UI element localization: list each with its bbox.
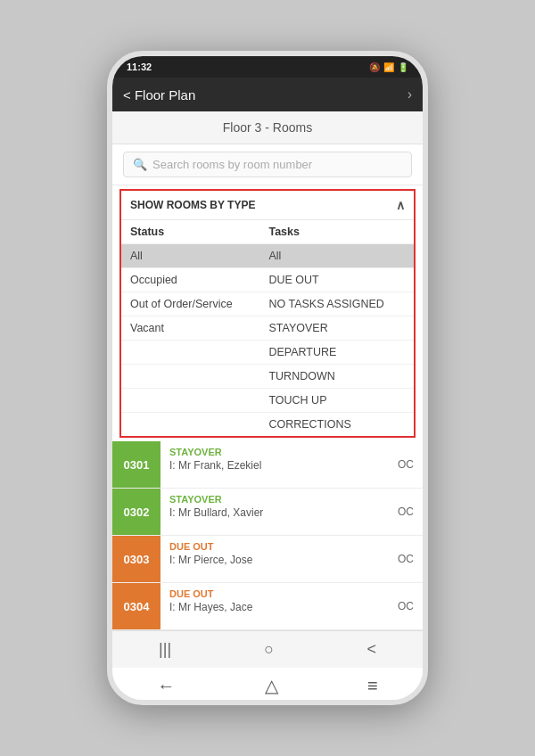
- search-bar: 🔍 Search rooms by room number: [112, 144, 423, 185]
- app-bar: < Floor Plan ›: [112, 78, 423, 111]
- filter-task-option[interactable]: NO TASKS ASSIGNED: [259, 292, 414, 316]
- status-bar: 11:32 🔕 📶 🔋: [112, 56, 423, 78]
- filter-task-option[interactable]: DUE OUT: [259, 268, 414, 292]
- filter-status-option[interactable]: Vacant: [121, 316, 259, 341]
- filter-row[interactable]: AllAll: [121, 244, 414, 268]
- filter-row[interactable]: VacantSTAYOVER: [121, 316, 414, 341]
- room-guest-name: I: Mr Bullard, Xavier: [169, 506, 380, 519]
- nav-menu-button[interactable]: |||: [159, 640, 171, 659]
- filter-task-option[interactable]: CORRECTIONS: [259, 413, 414, 437]
- room-task-label: STAYOVER: [169, 494, 380, 505]
- status-icons: 🔕 📶 🔋: [369, 62, 408, 72]
- room-info: STAYOVERI: Mr Bullard, Xavier: [160, 489, 389, 535]
- back-button[interactable]: < Floor Plan: [123, 87, 195, 103]
- battery-icon: 🔋: [398, 62, 408, 72]
- filter-status-option[interactable]: [121, 365, 259, 389]
- wifi-icon: 📶: [383, 62, 394, 72]
- nav-back-button[interactable]: <: [366, 640, 376, 659]
- filter-status-option[interactable]: Out of Order/Service: [121, 292, 259, 316]
- room-task-label: STAYOVER: [169, 447, 380, 457]
- room-badge: 0303: [112, 536, 160, 582]
- filter-row[interactable]: DEPARTURE: [121, 341, 414, 365]
- filter-task-option[interactable]: All: [259, 244, 414, 268]
- app-bar-left[interactable]: < Floor Plan: [123, 87, 195, 103]
- room-badge: 0302: [112, 489, 160, 535]
- search-input-wrap[interactable]: 🔍 Search rooms by room number: [123, 152, 412, 177]
- chevron-right-icon: ›: [407, 86, 412, 103]
- gesture-back-icon[interactable]: ←: [157, 676, 175, 696]
- mute-icon: 🔕: [369, 62, 380, 72]
- room-guest-name: I: Mr Hayes, Jace: [169, 601, 380, 613]
- room-info: DUE OUTI: Mr Pierce, Jose: [160, 536, 389, 582]
- room-item[interactable]: 0304DUE OUTI: Mr Hayes, JaceOC: [112, 583, 423, 630]
- page-subtitle: Floor 3 - Rooms: [112, 111, 423, 144]
- search-input-placeholder[interactable]: Search rooms by room number: [152, 158, 312, 171]
- filter-row[interactable]: TOUCH UP: [121, 389, 414, 413]
- bottom-nav: ||| ○ <: [112, 630, 423, 668]
- filter-status-option[interactable]: Occupied: [121, 268, 259, 292]
- room-item[interactable]: 0302STAYOVERI: Mr Bullard, XavierOC: [112, 489, 423, 536]
- filter-status-option[interactable]: All: [121, 244, 259, 268]
- filter-title: SHOW ROOMS BY TYPE: [130, 199, 255, 211]
- room-item[interactable]: 0301STAYOVERI: Mr Frank, EzekielOC: [112, 441, 423, 489]
- status-time: 11:32: [127, 62, 152, 72]
- room-status-code: OC: [389, 593, 423, 620]
- filter-panel: SHOW ROOMS BY TYPE ∧ Status Tasks AllAll…: [119, 189, 416, 438]
- room-info: STAYOVERI: Mr Frank, Ezekiel: [160, 441, 389, 488]
- search-icon: 🔍: [133, 158, 147, 171]
- room-info: DUE OUTI: Mr Hayes, Jace: [160, 583, 389, 629]
- room-status-code: OC: [389, 451, 423, 478]
- filter-task-option[interactable]: DEPARTURE: [259, 341, 414, 365]
- room-task-label: DUE OUT: [169, 588, 380, 599]
- filter-status-option[interactable]: [121, 413, 259, 437]
- room-guest-name: I: Mr Frank, Ezekiel: [169, 459, 380, 472]
- filter-status-option[interactable]: [121, 341, 259, 365]
- room-list: 0301STAYOVERI: Mr Frank, EzekielOC0302ST…: [112, 441, 423, 630]
- room-badge: 0304: [112, 583, 160, 629]
- filter-row[interactable]: TURNDOWN: [121, 365, 414, 389]
- phone-frame: 11:32 🔕 📶 🔋 < Floor Plan › Floor 3 - Roo…: [107, 51, 428, 705]
- filter-header[interactable]: SHOW ROOMS BY TYPE ∧: [121, 191, 414, 219]
- room-status-code: OC: [389, 546, 423, 572]
- room-badge: 0301: [112, 441, 160, 488]
- room-guest-name: I: Mr Pierce, Jose: [169, 554, 380, 566]
- filter-status-option[interactable]: [121, 389, 259, 413]
- filter-task-option[interactable]: TOUCH UP: [259, 389, 414, 413]
- filter-table: Status Tasks AllAllOccupiedDUE OUTOut of…: [121, 219, 414, 436]
- room-task-label: DUE OUT: [169, 541, 380, 552]
- col-tasks: Tasks: [259, 220, 414, 244]
- filter-row[interactable]: CORRECTIONS: [121, 413, 414, 437]
- nav-home-button[interactable]: ○: [264, 640, 274, 659]
- gesture-menu-icon[interactable]: ≡: [367, 676, 378, 696]
- filter-chevron-icon[interactable]: ∧: [396, 198, 405, 212]
- home-bar: ← △ ≡: [112, 668, 423, 700]
- gesture-home-icon[interactable]: △: [265, 675, 278, 696]
- col-status: Status: [121, 220, 259, 244]
- room-item[interactable]: 0303DUE OUTI: Mr Pierce, JoseOC: [112, 536, 423, 583]
- filter-task-option[interactable]: STAYOVER: [259, 316, 414, 341]
- filter-row[interactable]: OccupiedDUE OUT: [121, 268, 414, 292]
- filter-row[interactable]: Out of Order/ServiceNO TASKS ASSIGNED: [121, 292, 414, 316]
- room-status-code: OC: [389, 498, 423, 525]
- filter-task-option[interactable]: TURNDOWN: [259, 365, 414, 389]
